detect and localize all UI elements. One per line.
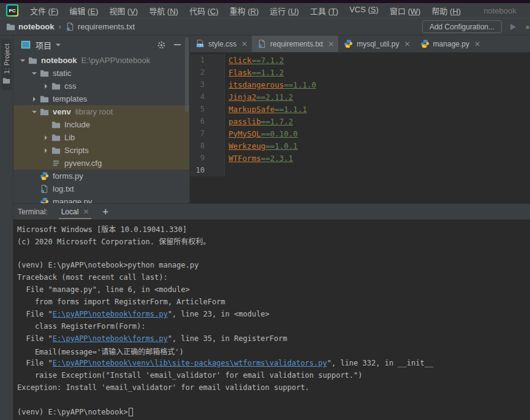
editor-line[interactable]: 7PyMySQL==0.10.0	[190, 127, 530, 140]
project-panel-title[interactable]: 项目	[36, 39, 51, 51]
tree-item-pyvenv-cfg[interactable]: pyvenv.cfg	[13, 157, 189, 170]
tree-item-lib[interactable]: Lib	[13, 131, 189, 144]
menu-item[interactable]: 运行 (U)	[264, 5, 305, 17]
file-gear-icon	[66, 22, 75, 31]
terminal-text: Email(message='请输入正确的邮箱格式')	[17, 346, 184, 356]
file-path-link[interactable]: E:\pyAPP\notebook\forms.py	[53, 310, 168, 318]
hide-panel-icon[interactable]	[171, 39, 183, 51]
editor-line[interactable]: 4Jinja2==2.11.2	[190, 91, 530, 103]
editor-line[interactable]: 8Werkzeug==1.0.1	[190, 140, 530, 152]
requirement-version: ==1.0.1	[265, 141, 298, 151]
code-text: Flask==1.1.2	[225, 68, 284, 77]
editor-line[interactable]: 6passlib==1.7.2	[190, 115, 530, 127]
folder-icon	[51, 133, 61, 143]
terminal-header: Terminal: Local ✕ +	[13, 204, 530, 220]
terminal-text: File "	[17, 310, 53, 318]
requirement-package-name: MarkupSafe	[229, 105, 274, 114]
new-terminal-session-icon[interactable]: +	[102, 206, 108, 217]
menu-item[interactable]: 代码 (C)	[184, 5, 224, 17]
tree-item-log-txt[interactable]: log.txt	[13, 182, 189, 195]
menu-item[interactable]: 工具 (T)	[305, 5, 344, 17]
editor-line[interactable]: 1Click==7.1.2	[190, 54, 530, 66]
terminal-text: ", line 23, in <module>	[168, 310, 270, 318]
tree-item-include[interactable]: Include	[13, 118, 189, 131]
tool-window-tab-project[interactable]: 1: Project	[1, 39, 12, 90]
editor-line[interactable]: 9WTForms==2.3.1	[190, 152, 530, 164]
editor-tab-manage-py[interactable]: manage.py✕	[415, 36, 485, 52]
tree-scrollbar[interactable]	[185, 37, 189, 112]
gear-icon[interactable]	[155, 39, 167, 51]
tree-item-manage-py[interactable]: manage.py	[13, 195, 189, 203]
folder-icon	[51, 81, 61, 91]
requirement-package-name: Click	[229, 56, 252, 65]
file-path-link[interactable]: E:\pyAPP\notebook\forms.py	[53, 334, 168, 343]
tree-item-templates[interactable]: templates	[13, 92, 189, 105]
editor-tab-style-css[interactable]: CSSstyle.css✕	[190, 36, 252, 52]
menu-item[interactable]: 编辑 (E)	[64, 5, 104, 17]
menu-item[interactable]: VCS (S)	[344, 5, 384, 17]
chevron-right-icon[interactable]	[29, 96, 39, 102]
left-tool-window-stripe: 1: Project	[0, 36, 13, 420]
file-path-link[interactable]: E:\pyAPP\notebook\venv\lib\site-packages…	[53, 359, 327, 367]
terminal-line: Exception: Install 'email_validator' for…	[17, 381, 530, 394]
editor-content[interactable]: 1Click==7.1.22Flask==1.1.23itsdangerous=…	[190, 53, 530, 203]
tree-item-static[interactable]: static	[13, 67, 189, 80]
breadcrumb-item[interactable]: notebook	[6, 22, 55, 31]
close-icon[interactable]: ✕	[473, 40, 480, 48]
tree-item-forms-py[interactable]: forms.py	[13, 170, 189, 182]
project-view-icon	[20, 39, 32, 51]
line-number: 8	[190, 141, 205, 150]
chevron-right-icon[interactable]	[41, 135, 51, 141]
chevron-down-icon[interactable]	[55, 40, 61, 50]
run-play-icon[interactable]	[509, 23, 517, 31]
folder-icon	[39, 107, 49, 117]
menu-item[interactable]: 帮助 (H)	[426, 5, 466, 17]
editor-tab-requirements-txt[interactable]: requirements.txt✕	[252, 36, 338, 52]
tree-item-notebook[interactable]: notebookE:\pyAPP\notebook	[13, 54, 189, 67]
menu-item[interactable]: 导航 (N)	[143, 5, 184, 17]
requirement-version: ==2.3.1	[261, 154, 293, 163]
terminal-line: File "E:\pyAPP\notebook\venv\lib\site-pa…	[17, 357, 530, 369]
close-icon[interactable]: ✕	[403, 40, 411, 48]
breadcrumb-separator: ›	[58, 22, 62, 31]
menu-item[interactable]: 重构 (R)	[224, 5, 265, 17]
python-icon	[39, 171, 49, 181]
terminal-output[interactable]: Microsoft Windows [版本 10.0.19041.330](c)…	[13, 220, 530, 420]
close-icon[interactable]: ✕	[240, 40, 248, 48]
menu-item[interactable]: 文件 (F)	[25, 5, 64, 17]
close-icon[interactable]: ✕	[327, 40, 334, 48]
line-number: 5	[190, 105, 205, 113]
editor-line[interactable]: 3itsdangerous==1.1.0	[190, 78, 530, 91]
chevron-down-icon[interactable]	[18, 58, 28, 64]
editor-tab-mysql-util-py[interactable]: mysql_util.py✕	[338, 36, 414, 52]
line-number: 10	[190, 166, 205, 174]
terminal-panel: Terminal: Local ✕ + Microsoft Windows [版…	[13, 203, 530, 420]
breadcrumb-item[interactable]: requirements.txt	[66, 22, 135, 31]
breadcrumb: notebook›requirements.txt	[6, 22, 135, 31]
debug-bug-icon[interactable]	[525, 22, 530, 32]
terminal-line: Traceback (most recent call last):	[17, 271, 530, 283]
menu-item[interactable]: 窗口 (W)	[384, 5, 426, 17]
editor-line[interactable]: 2Flask==1.1.2	[190, 66, 530, 78]
requirement-package-name: itsdangerous	[229, 80, 284, 89]
close-icon[interactable]: ✕	[83, 208, 89, 216]
tree-item-label: static	[53, 69, 71, 78]
menu-bar: PC 文件 (F)编辑 (E)视图 (V)导航 (N)代码 (C)重构 (R)运…	[0, 3, 530, 18]
project-panel: 项目	[13, 36, 190, 203]
menu-item[interactable]: 视图 (V)	[104, 5, 143, 17]
tree-item-venv[interactable]: venvlibrary root	[13, 105, 189, 118]
requirement-package-name: Flask	[229, 68, 252, 77]
chevron-right-icon[interactable]	[41, 83, 51, 89]
editor-line[interactable]: 5MarkupSafe==1.1.1	[190, 103, 530, 115]
chevron-down-icon[interactable]	[29, 109, 39, 115]
chevron-right-icon[interactable]	[41, 148, 51, 154]
editor-gutter: 7	[190, 127, 225, 140]
tree-item-css[interactable]: css	[13, 80, 189, 92]
tree-item-scripts[interactable]: Scripts	[13, 144, 189, 157]
chevron-down-icon[interactable]	[29, 70, 39, 77]
editor-line[interactable]: 10	[190, 164, 530, 176]
terminal-line: (venv) E:\pyAPP\notebook>	[17, 406, 530, 418]
tree-item-label: pyvenv.cfg	[64, 159, 102, 168]
add-configuration-button[interactable]: Add Configuration...	[422, 20, 502, 33]
terminal-tab-local[interactable]: Local ✕	[58, 204, 93, 219]
